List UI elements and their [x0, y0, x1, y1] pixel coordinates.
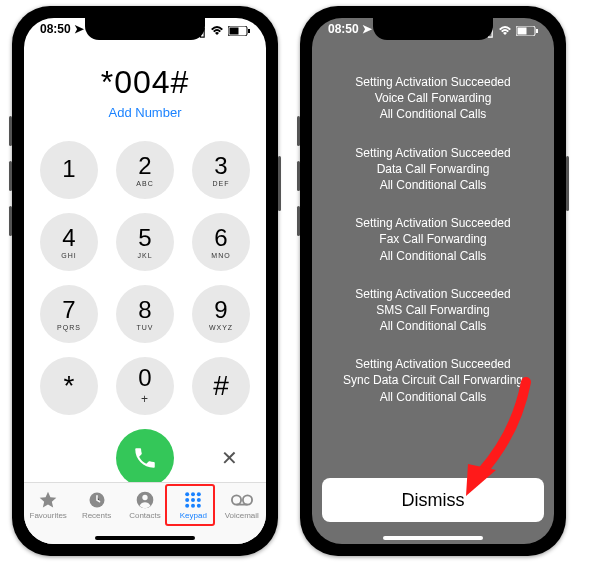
key-4[interactable]: 4GHI	[40, 213, 98, 271]
home-indicator[interactable]	[383, 536, 483, 540]
key-star[interactable]: *	[40, 357, 98, 415]
svg-point-6	[186, 492, 190, 496]
notch	[373, 18, 493, 40]
ussd-message-body: Setting Activation Succeeded Voice Call …	[312, 74, 554, 470]
tab-label: Voicemail	[225, 511, 259, 520]
svg-point-11	[197, 498, 201, 502]
key-8[interactable]: 8TUV	[116, 285, 174, 343]
call-button[interactable]	[116, 429, 174, 487]
tab-bar: Favourites Recents Contacts Keypad Voice…	[24, 482, 266, 544]
status-time: 08:50 ➤	[328, 22, 372, 42]
tab-recents[interactable]: Recents	[74, 489, 120, 520]
keypad: 1 2ABC 3DEF 4GHI 5JKL 6MNO 7PQRS 8TUV 9W…	[40, 141, 250, 415]
notch	[85, 18, 205, 40]
keypad-icon	[182, 489, 204, 511]
phone-left: 08:50 ➤ ▮▮▯▯ *004# Add Number 1 2ABC 3DE…	[12, 6, 278, 556]
ussd-block: Setting Activation Succeeded SMS Call Fo…	[326, 286, 540, 335]
key-2[interactable]: 2ABC	[116, 141, 174, 199]
home-indicator[interactable]	[95, 536, 195, 540]
location-icon: ➤	[74, 22, 84, 36]
phone-right: 08:50 ➤ ▮▮▯▯ Setting Activation Succeede…	[300, 6, 566, 556]
battery-icon	[228, 25, 250, 39]
ussd-block: Setting Activation Succeeded Data Call F…	[326, 145, 540, 194]
key-1[interactable]: 1	[40, 141, 98, 199]
svg-point-9	[186, 498, 190, 502]
svg-point-13	[191, 504, 195, 508]
dialed-number: *004#	[24, 64, 266, 101]
add-number-link[interactable]: Add Number	[109, 105, 182, 120]
dial-display: *004# Add Number	[24, 64, 266, 121]
screen-keypad: 08:50 ➤ ▮▮▯▯ *004# Add Number 1 2ABC 3DE…	[24, 18, 266, 544]
phone-icon	[132, 445, 158, 471]
tab-contacts[interactable]: Contacts	[122, 489, 168, 520]
battery-icon	[516, 25, 538, 39]
svg-point-16	[243, 495, 252, 504]
tab-label: Keypad	[180, 511, 207, 520]
svg-point-15	[232, 495, 241, 504]
svg-point-8	[197, 492, 201, 496]
key-7[interactable]: 7PQRS	[40, 285, 98, 343]
ussd-block: Setting Activation Succeeded Sync Data C…	[326, 356, 540, 405]
key-3[interactable]: 3DEF	[192, 141, 250, 199]
key-9[interactable]: 9WXYZ	[192, 285, 250, 343]
ussd-block: Setting Activation Succeeded Voice Call …	[326, 74, 540, 123]
tab-voicemail[interactable]: Voicemail	[219, 489, 265, 520]
svg-rect-1	[230, 28, 239, 35]
svg-rect-20	[536, 29, 538, 33]
tab-label: Contacts	[129, 511, 161, 520]
delete-icon: ✕	[221, 446, 238, 470]
call-row: ✕	[40, 429, 250, 487]
key-5[interactable]: 5JKL	[116, 213, 174, 271]
delete-button[interactable]: ✕	[214, 443, 244, 473]
svg-point-7	[191, 492, 195, 496]
clock-icon	[86, 489, 108, 511]
key-hash[interactable]: #	[192, 357, 250, 415]
dismiss-button[interactable]: Dismiss	[322, 478, 544, 522]
ussd-block: Setting Activation Succeeded Fax Call Fo…	[326, 215, 540, 264]
screen-ussd-result: 08:50 ➤ ▮▮▯▯ Setting Activation Succeede…	[312, 18, 554, 544]
tab-favourites[interactable]: Favourites	[25, 489, 71, 520]
key-6[interactable]: 6MNO	[192, 213, 250, 271]
svg-point-10	[191, 498, 195, 502]
svg-point-12	[186, 504, 190, 508]
tab-label: Favourites	[30, 511, 67, 520]
status-time: 08:50 ➤	[40, 22, 84, 42]
svg-point-5	[142, 495, 147, 500]
key-0[interactable]: 0+	[116, 357, 174, 415]
person-icon	[134, 489, 156, 511]
dismiss-label: Dismiss	[402, 490, 465, 511]
location-icon: ➤	[362, 22, 372, 36]
svg-rect-19	[518, 28, 527, 35]
tab-keypad[interactable]: Keypad	[170, 489, 216, 520]
wifi-icon	[210, 25, 224, 39]
tab-label: Recents	[82, 511, 111, 520]
star-icon	[37, 489, 59, 511]
svg-rect-2	[248, 29, 250, 33]
wifi-icon	[498, 25, 512, 39]
voicemail-icon	[231, 489, 253, 511]
svg-point-14	[197, 504, 201, 508]
